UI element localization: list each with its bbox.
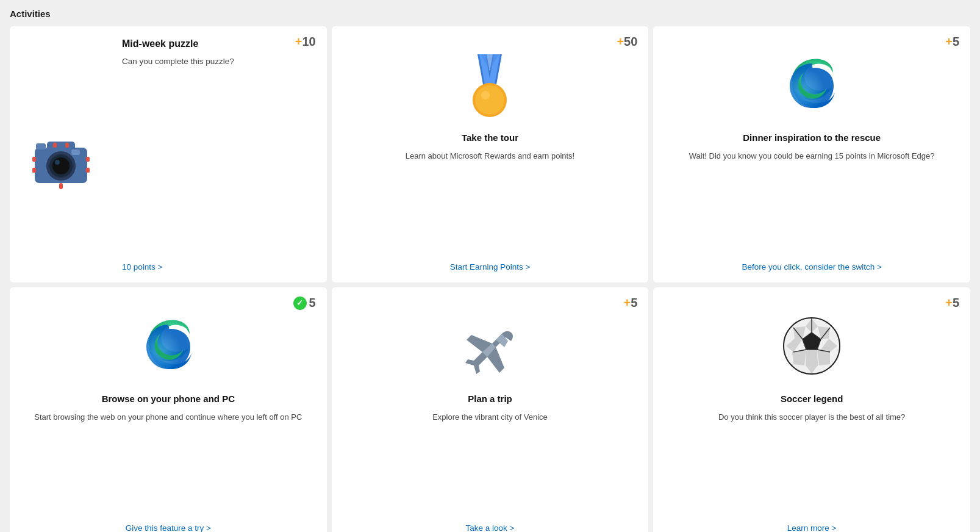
card-plan-trip: +5 Plan a trip Explore the vibrant city …	[332, 287, 649, 532]
edge-logo-icon	[781, 54, 842, 115]
soccer-link[interactable]: Learn more >	[787, 523, 837, 532]
svg-point-21	[475, 85, 504, 115]
svg-rect-7	[53, 143, 57, 148]
midweek-link[interactable]: 10 points >	[122, 262, 312, 271]
trip-desc: Explore the vibrant city of Venice	[432, 411, 548, 511]
dinner-link[interactable]: Before you click, consider the switch >	[742, 262, 882, 271]
svg-rect-11	[32, 168, 36, 173]
svg-rect-2	[36, 143, 46, 149]
edge-icon-container	[775, 48, 848, 121]
dinner-title: Dinner inspiration to the rescue	[743, 132, 881, 143]
browse-points-badge: ✓5	[293, 296, 316, 310]
tour-title: Take the tour	[462, 132, 518, 143]
svg-rect-9	[32, 157, 36, 162]
medal-icon	[462, 51, 517, 118]
card-soccer: +5	[653, 287, 970, 532]
card-dinner: +5	[653, 26, 970, 282]
browse-title: Browse on your phone and PC	[102, 394, 235, 404]
dinner-desc: Wait! Did you know you could be earning …	[689, 150, 935, 250]
svg-rect-10	[86, 157, 90, 162]
svg-point-6	[55, 160, 60, 165]
midweek-points-badge: +10	[295, 35, 316, 49]
svg-rect-1	[47, 142, 75, 153]
trip-link[interactable]: Take a look >	[466, 523, 515, 532]
svg-point-22	[481, 91, 490, 99]
svg-rect-13	[59, 183, 63, 189]
airplane-icon	[459, 315, 520, 376]
card-take-tour: +50 Take the tour Lea	[332, 26, 649, 282]
camera-icon	[27, 126, 95, 193]
card-midweek-puzzle: +10 Mid-week puzzle Can you complete thi…	[10, 26, 327, 282]
page-title: Activities	[10, 6, 970, 19]
tour-desc: Learn about Microsoft Rewards and earn p…	[406, 150, 575, 250]
camera-icon-container	[24, 123, 98, 196]
browse-link[interactable]: Give this feature a try >	[126, 523, 211, 532]
soccer-title: Soccer legend	[781, 394, 843, 404]
medal-icon-container	[453, 48, 526, 121]
trip-title: Plan a trip	[468, 394, 512, 404]
card-browse: ✓5 Browse on your p	[10, 287, 327, 532]
card-midweek-body: +10 Mid-week puzzle Can you complete thi…	[122, 38, 312, 271]
edge-small-icon-container	[132, 309, 205, 383]
browse-desc: Start browsing the web on your phone and…	[34, 411, 302, 511]
svg-rect-12	[86, 168, 90, 173]
svg-point-5	[52, 157, 70, 174]
trip-points-badge: +5	[624, 296, 638, 310]
tour-link[interactable]: Start Earning Points >	[450, 262, 531, 271]
tour-points-badge: +50	[617, 35, 637, 49]
edge-small-icon	[138, 315, 199, 376]
soccer-icon-container	[775, 309, 848, 383]
svg-rect-14	[71, 149, 80, 155]
activities-grid: +10 Mid-week puzzle Can you complete thi…	[10, 26, 970, 532]
check-icon: ✓	[293, 297, 307, 310]
soccer-points-badge: +5	[945, 296, 959, 310]
soccer-ball-icon	[781, 315, 842, 376]
dinner-points-badge: +5	[945, 35, 959, 49]
midweek-title: Mid-week puzzle	[122, 38, 312, 49]
midweek-desc: Can you complete this puzzle?	[122, 56, 312, 250]
soccer-desc: Do you think this soccer player is the b…	[718, 411, 905, 511]
plane-icon-container	[453, 309, 526, 383]
svg-rect-8	[65, 143, 69, 148]
